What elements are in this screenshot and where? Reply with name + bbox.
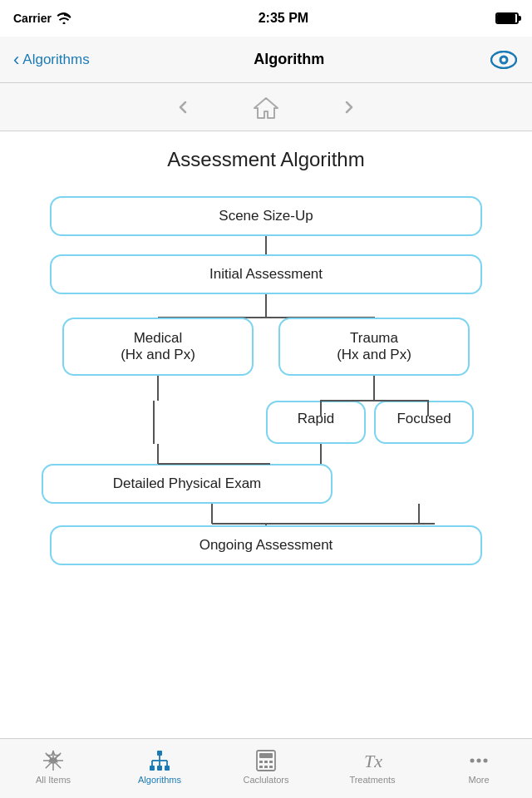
nav-bar: ‹ Algorithms Algorithm	[0, 37, 532, 83]
home-icon	[253, 95, 279, 120]
calculator-icon	[254, 749, 278, 772]
v-focused-drop	[427, 400, 429, 416]
v-dpe-rapid	[320, 444, 322, 464]
eye-icon	[490, 51, 517, 69]
v-medical-down	[157, 376, 159, 401]
scene-size-up-node[interactable]: Scene Size-Up	[50, 196, 482, 236]
tab-algorithms[interactable]: Algorithms	[106, 749, 213, 788]
next-button[interactable]	[332, 91, 366, 124]
svg-rect-8	[157, 751, 162, 756]
tab-all-items-label: All Items	[36, 775, 71, 785]
svg-rect-18	[259, 753, 273, 758]
tx-icon: Tx	[361, 749, 384, 772]
trauma-node[interactable]: Trauma (Hx and Px)	[278, 318, 470, 376]
medical-spacer	[50, 401, 258, 444]
svg-point-28	[484, 759, 488, 763]
back-button[interactable]: ‹ Algorithms	[13, 51, 90, 69]
tab-treatments-label: Treatments	[349, 775, 395, 785]
ongoing-assessment-node[interactable]: Ongoing Assessment	[50, 525, 482, 565]
v-dpe-left	[157, 444, 159, 464]
eye-button[interactable]	[489, 45, 519, 75]
rapid-focused-boxes: Rapid Focused	[266, 401, 474, 444]
h-dpe-connect	[158, 463, 270, 465]
dots-icon	[467, 749, 490, 772]
v-focused-continue	[418, 504, 420, 524]
h-trauma-split	[320, 400, 428, 401]
dpe-connector	[50, 444, 482, 464]
tab-bar: All Items Algorithms	[0, 738, 532, 798]
v-line-center	[265, 294, 267, 318]
status-time: 2:35 PM	[259, 11, 308, 26]
svg-rect-11	[165, 766, 170, 771]
svg-rect-9	[150, 766, 155, 771]
wifi-icon	[57, 12, 71, 24]
main-content: Assessment Algorithm Scene Size-Up Initi…	[0, 131, 532, 738]
v-medical-continue	[153, 401, 155, 444]
svg-point-27	[477, 759, 481, 763]
page-title: Assessment Algorithm	[25, 148, 507, 171]
ongoing-connector	[50, 504, 482, 524]
initial-assessment-node[interactable]: Initial Assessment	[50, 254, 482, 294]
svg-rect-23	[264, 766, 268, 768]
back-chevron-icon: ‹	[13, 51, 19, 69]
rapid-node[interactable]: Rapid	[266, 401, 366, 444]
svg-point-2	[501, 57, 505, 62]
star-of-life-icon	[42, 749, 65, 772]
home-button[interactable]	[249, 91, 283, 124]
svg-point-26	[470, 759, 475, 763]
medical-col: Medical (Hx and Px)	[62, 318, 254, 376]
svg-rect-10	[157, 766, 162, 771]
tab-calculators-label: Caclulators	[243, 775, 288, 785]
nav-title: Algorithm	[254, 51, 324, 68]
tab-more[interactable]: More	[426, 749, 532, 788]
medical-trauma-row: Medical (Hx and Px) Trauma (Hx and Px)	[25, 318, 507, 376]
prev-button[interactable]	[166, 91, 200, 124]
v-rapid-drop	[320, 400, 322, 416]
status-bar: Carrier 2:35 PM	[0, 0, 532, 37]
back-label: Algorithms	[22, 52, 89, 68]
svg-text:Tx: Tx	[364, 751, 382, 771]
tab-all-items[interactable]: All Items	[0, 749, 106, 788]
prev-icon	[173, 97, 193, 117]
v-ongoing	[211, 504, 213, 524]
svg-rect-22	[259, 766, 263, 768]
branch-connector-1	[50, 294, 482, 318]
tab-more-label: More	[468, 775, 489, 785]
medical-node[interactable]: Medical (Hx and Px)	[62, 318, 254, 376]
svg-rect-24	[269, 766, 273, 768]
next-icon	[339, 97, 359, 117]
trauma-col: Trauma (Hx and Px)	[278, 318, 470, 376]
battery-icon	[495, 12, 519, 24]
v-trauma-down	[373, 376, 375, 401]
connector-1	[265, 236, 267, 254]
toolbar	[0, 83, 532, 131]
h-ongoing	[212, 523, 435, 525]
detailed-physical-exam-node[interactable]: Detailed Physical Exam	[42, 464, 332, 504]
status-bar-right	[495, 12, 519, 24]
tab-treatments[interactable]: Tx Treatments	[319, 749, 426, 788]
algorithm-diagram: Scene Size-Up Initial Assessment Medical…	[25, 196, 507, 565]
sub-connector-wrap	[50, 376, 482, 401]
carrier-label: Carrier	[13, 12, 52, 25]
network-icon	[148, 749, 171, 772]
svg-rect-21	[269, 761, 273, 763]
status-bar-left: Carrier	[13, 12, 71, 25]
tab-calculators[interactable]: Caclulators	[213, 749, 319, 788]
svg-rect-19	[259, 761, 263, 763]
focused-node[interactable]: Focused	[374, 401, 474, 444]
rapid-focused-row: Rapid Focused	[50, 401, 482, 444]
tab-algorithms-label: Algorithms	[138, 775, 181, 785]
svg-rect-20	[264, 761, 268, 763]
